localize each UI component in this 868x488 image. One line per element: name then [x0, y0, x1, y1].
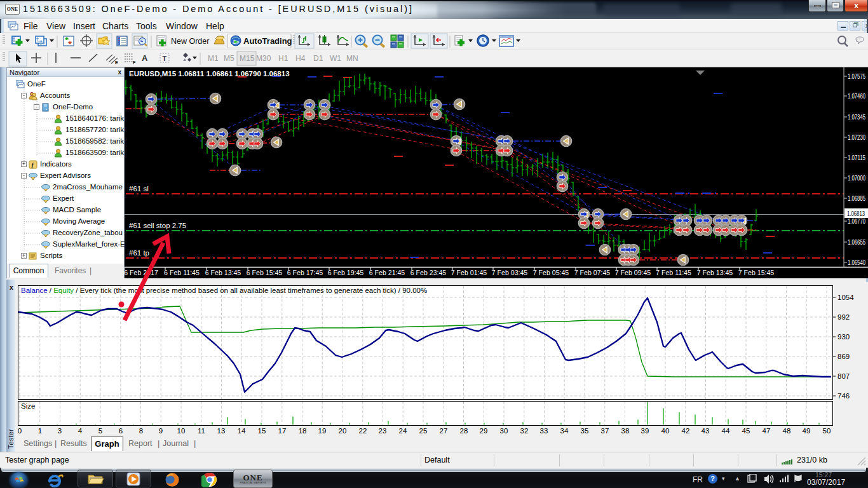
svg-text:7 Feb 11:45: 7 Feb 11:45: [656, 269, 691, 276]
svg-text:#61 sl: #61 sl: [129, 185, 149, 193]
svg-text:H1: H1: [278, 54, 288, 63]
svg-text:48: 48: [783, 427, 791, 435]
svg-text:14: 14: [238, 427, 246, 435]
svg-text:M1: M1: [208, 54, 219, 63]
svg-text:807: 807: [837, 372, 850, 380]
svg-text:23: 23: [379, 427, 387, 435]
svg-text:6 Feb 19:45: 6 Feb 19:45: [328, 269, 364, 276]
svg-text:13: 13: [217, 427, 226, 435]
svg-text:20: 20: [339, 427, 347, 435]
svg-text:746: 746: [837, 392, 850, 400]
svg-text:M15: M15: [240, 54, 255, 63]
svg-text:6 Feb 21:45: 6 Feb 21:45: [369, 269, 405, 276]
svg-text:EURUSD,M15 1.06811 1.06861 1.: EURUSD,M15 1.06811 1.06861 1.06790 1.068…: [129, 70, 290, 78]
svg-text:11: 11: [198, 427, 205, 435]
svg-text:6 Feb 17:45: 6 Feb 17:45: [287, 269, 323, 276]
svg-text:MN: MN: [346, 54, 358, 63]
svg-text:Tester: Tester: [7, 429, 15, 449]
svg-text:M30: M30: [256, 54, 271, 63]
svg-text:1.07575: 1.07575: [848, 72, 865, 80]
svg-text:7 Feb 01:45: 7 Feb 01:45: [451, 269, 487, 276]
svg-text:869: 869: [837, 353, 850, 360]
svg-text:M5: M5: [224, 54, 234, 63]
svg-text:45: 45: [742, 427, 750, 435]
svg-text:6 Feb 13:45: 6 Feb 13:45: [205, 269, 241, 276]
svg-text:1.07115: 1.07115: [848, 154, 865, 161]
svg-text:7 Feb 07:45: 7 Feb 07:45: [574, 269, 611, 276]
svg-text:1.07000: 1.07000: [848, 174, 865, 182]
svg-text:F: F: [133, 60, 136, 65]
svg-text:30: 30: [500, 427, 508, 435]
svg-text:34: 34: [560, 427, 569, 435]
svg-text:17: 17: [278, 427, 287, 435]
svg-text:7 Feb 03:45: 7 Feb 03:45: [492, 269, 528, 276]
svg-text:1: 1: [38, 427, 42, 435]
svg-text:6 Feb 23:45: 6 Feb 23:45: [410, 269, 447, 276]
svg-text:10: 10: [177, 427, 186, 435]
svg-text:6 Feb 15:45: 6 Feb 15:45: [247, 269, 283, 276]
svg-text:1.06770: 1.06770: [848, 217, 865, 225]
svg-text:Balance / Equity / Every tick: Balance / Equity / Every tick (the most …: [21, 287, 427, 294]
svg-text:28: 28: [460, 427, 468, 435]
svg-text:50: 50: [823, 427, 831, 435]
svg-text:47: 47: [763, 427, 771, 435]
svg-text:7 Feb 13:45: 7 Feb 13:45: [697, 269, 733, 276]
svg-text:29: 29: [480, 427, 488, 435]
svg-text:27: 27: [440, 427, 448, 435]
svg-text:3: 3: [58, 427, 62, 435]
svg-text:D1: D1: [313, 54, 323, 63]
svg-text:24: 24: [399, 427, 407, 435]
svg-text:5: 5: [98, 427, 102, 435]
svg-text:1.07345: 1.07345: [848, 113, 865, 121]
svg-text:0: 0: [18, 427, 22, 435]
svg-text:1.07460: 1.07460: [848, 92, 865, 100]
svg-text:1.07230: 1.07230: [848, 133, 865, 141]
svg-text:22: 22: [359, 427, 367, 435]
svg-text:25: 25: [419, 427, 428, 435]
svg-text:1.06655: 1.06655: [848, 238, 865, 246]
svg-text:33: 33: [540, 427, 548, 435]
svg-text:7 Feb 15:45: 7 Feb 15:45: [738, 269, 775, 276]
svg-text:37: 37: [601, 427, 609, 435]
svg-text:35: 35: [581, 427, 589, 435]
svg-text:18: 18: [299, 427, 307, 435]
svg-text:W1: W1: [330, 54, 341, 63]
svg-text:8: 8: [139, 427, 143, 435]
svg-text:7 Feb 05:45: 7 Feb 05:45: [533, 269, 569, 276]
svg-text:930: 930: [837, 333, 850, 341]
svg-text:40: 40: [661, 427, 670, 435]
svg-text:6: 6: [119, 427, 123, 435]
svg-text:9: 9: [159, 427, 163, 435]
svg-text:49: 49: [803, 427, 811, 435]
svg-text:19: 19: [318, 427, 327, 435]
svg-text:A: A: [142, 53, 148, 63]
svg-text:39: 39: [641, 427, 649, 435]
svg-text:44: 44: [722, 427, 730, 435]
svg-text:43: 43: [702, 427, 710, 435]
svg-text:7 Feb 09:45: 7 Feb 09:45: [615, 269, 651, 276]
svg-text:H4: H4: [295, 54, 306, 63]
svg-text:AutoTrading: AutoTrading: [243, 36, 292, 46]
svg-text:E: E: [115, 60, 118, 65]
svg-text:42: 42: [682, 427, 690, 435]
svg-text:Size: Size: [21, 402, 35, 410]
svg-text:992: 992: [837, 313, 850, 321]
svg-text:New Order: New Order: [171, 37, 209, 46]
svg-text:15: 15: [258, 427, 266, 435]
svg-text:1.06813: 1.06813: [847, 210, 865, 217]
svg-text:1.06885: 1.06885: [848, 194, 865, 202]
svg-text:38: 38: [621, 427, 630, 435]
svg-text:1054: 1054: [837, 294, 854, 301]
svg-text:1.06540: 1.06540: [848, 259, 865, 266]
svg-text:4: 4: [78, 427, 83, 435]
svg-text:32: 32: [520, 427, 529, 435]
svg-text:T: T: [163, 55, 167, 62]
